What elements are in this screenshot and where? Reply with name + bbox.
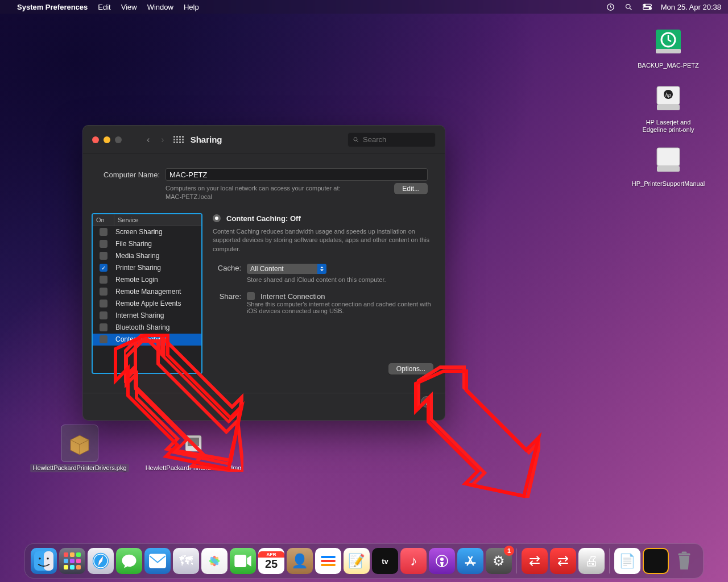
app-name-menu[interactable]: System Preferences: [17, 3, 88, 11]
search-field[interactable]: [348, 132, 436, 147]
service-row-media-sharing[interactable]: Media Sharing: [93, 250, 201, 262]
menu-window[interactable]: Window: [147, 3, 173, 11]
minimize-button[interactable]: [104, 136, 110, 143]
desktop-icon-hp-laserjet-disk[interactable]: hp HP Laserjet and Edgeline print-only: [634, 80, 702, 134]
services-table[interactable]: On Service Screen SharingFile SharingMed…: [92, 213, 202, 374]
svg-point-4: [644, 5, 646, 6]
column-on[interactable]: On: [93, 214, 114, 226]
edit-hostname-button[interactable]: Edit...: [394, 183, 428, 194]
dock-contacts[interactable]: 👤: [287, 548, 313, 574]
badge-icon: 1: [504, 546, 514, 556]
share-hint: Share this computer's internet connectio…: [247, 301, 436, 314]
help-button[interactable]: ?: [421, 396, 432, 408]
service-detail-panel: Content Caching: Off Content Caching red…: [213, 213, 436, 323]
menu-help[interactable]: Help: [184, 3, 199, 11]
desktop-label: HP_PrinterSupportManual: [630, 180, 707, 188]
dock-messages[interactable]: [116, 548, 142, 574]
service-checkbox[interactable]: [100, 335, 107, 343]
service-name: Content Caching: [114, 335, 201, 343]
svg-point-17: [354, 138, 357, 141]
desktop-icon-hp-support-disk[interactable]: HP_PrinterSupportManual: [634, 141, 702, 188]
dock-notes[interactable]: 📝: [344, 548, 370, 574]
system-preferences-window: ‹ › Sharing Computer Name: MAC-PETZ Comp…: [82, 125, 445, 421]
svg-rect-36: [234, 555, 246, 567]
dock-recent-textedit[interactable]: 📄: [614, 548, 640, 574]
service-checkbox[interactable]: [100, 276, 107, 284]
dock-mail[interactable]: [144, 548, 171, 574]
service-row-screen-sharing[interactable]: Screen Sharing: [93, 226, 201, 238]
service-checkbox[interactable]: [100, 240, 107, 248]
grid-icon: [173, 136, 184, 143]
desktop-icon-dmg[interactable]: HewlettPackardPrinterDrivers.dmg: [159, 425, 228, 472]
column-service[interactable]: Service: [114, 214, 201, 226]
dock-maps[interactable]: 🗺: [173, 548, 199, 574]
service-checkbox[interactable]: [100, 311, 107, 319]
cache-select[interactable]: All Content: [247, 264, 326, 274]
cache-select-value: All Content: [250, 265, 284, 273]
dock-photos[interactable]: [201, 548, 228, 574]
dock-facetime[interactable]: [230, 548, 256, 574]
computer-name-label: Computer Name:: [100, 171, 160, 179]
dock-reminders[interactable]: [315, 548, 341, 574]
dock-appstore[interactable]: [457, 548, 483, 574]
service-row-remote-apple-events[interactable]: Remote Apple Events: [93, 298, 201, 310]
service-name: Media Sharing: [114, 252, 201, 260]
share-label: Share:: [213, 292, 241, 301]
back-button[interactable]: ‹: [144, 135, 152, 145]
desktop-icon-backup-disk[interactable]: BACKUP_MAC-PETZ: [634, 23, 702, 70]
forward-button[interactable]: ›: [159, 135, 166, 145]
zoom-button[interactable]: [115, 136, 122, 143]
close-button[interactable]: [92, 136, 99, 143]
dock-finder[interactable]: [31, 548, 57, 574]
menu-edit[interactable]: Edit: [98, 3, 110, 11]
dock-anydesk1[interactable]: ⇄: [522, 548, 548, 574]
service-row-printer-sharing[interactable]: ✓Printer Sharing: [93, 262, 201, 274]
service-checkbox[interactable]: [100, 323, 107, 331]
menu-view[interactable]: View: [121, 3, 137, 11]
svg-rect-16: [188, 438, 199, 446]
svg-rect-23: [44, 551, 53, 571]
control-center-icon[interactable]: [643, 2, 652, 11]
service-status-title: Content Caching: Off: [226, 214, 301, 223]
dock-calendar[interactable]: APR25: [258, 548, 284, 574]
share-internet-label: Internet Connection: [260, 292, 325, 301]
dock-podcasts[interactable]: [429, 548, 455, 574]
dock-launchpad[interactable]: [59, 548, 85, 574]
computer-name-input[interactable]: MAC-PETZ: [166, 168, 428, 181]
service-checkbox[interactable]: ✓: [100, 264, 107, 272]
menubar-clock[interactable]: Mon 25. Apr 20:38: [661, 3, 721, 11]
dock-safari[interactable]: [88, 548, 114, 574]
service-checkbox[interactable]: [100, 228, 107, 236]
service-checkbox[interactable]: [100, 288, 107, 296]
search-icon: [353, 136, 359, 143]
dock-tv[interactable]: tv: [372, 548, 398, 574]
share-internet-checkbox[interactable]: [247, 292, 255, 300]
dock-recent-activity[interactable]: [643, 548, 669, 574]
service-row-internet-sharing[interactable]: Internet Sharing: [93, 310, 201, 322]
search-input[interactable]: [363, 135, 425, 144]
service-row-remote-login[interactable]: Remote Login: [93, 274, 201, 286]
dock-trash[interactable]: [671, 548, 697, 574]
service-checkbox[interactable]: [100, 300, 107, 307]
service-row-bluetooth-sharing[interactable]: Bluetooth Sharing: [93, 322, 201, 334]
dock-anydesk2[interactable]: ⇄: [550, 548, 576, 574]
service-row-file-sharing[interactable]: File Sharing: [93, 238, 201, 250]
dock-printer-utility[interactable]: 🖨: [578, 548, 605, 574]
calendar-month: APR: [258, 551, 284, 558]
svg-rect-13: [657, 148, 680, 166]
svg-text:hp: hp: [665, 92, 671, 98]
service-checkbox[interactable]: [100, 252, 107, 260]
desktop-icon-pkg[interactable]: HewlettPackardPrinterDrivers.pkg: [46, 425, 114, 472]
spotlight-icon[interactable]: [624, 2, 634, 11]
menubar: System Preferences Edit View Window Help…: [0, 0, 728, 14]
show-all-button[interactable]: [173, 136, 184, 143]
window-titlebar[interactable]: ‹ › Sharing: [83, 126, 445, 154]
svg-rect-10: [657, 105, 680, 110]
service-row-content-caching[interactable]: Content Caching: [93, 334, 201, 346]
dock-system-preferences[interactable]: ⚙1: [486, 548, 512, 574]
svg-point-24: [39, 558, 41, 560]
timemachine-menu-icon[interactable]: [606, 2, 615, 11]
dock-music[interactable]: ♪: [400, 548, 427, 574]
service-row-remote-management[interactable]: Remote Management: [93, 286, 201, 298]
options-button[interactable]: Options...: [388, 363, 433, 375]
